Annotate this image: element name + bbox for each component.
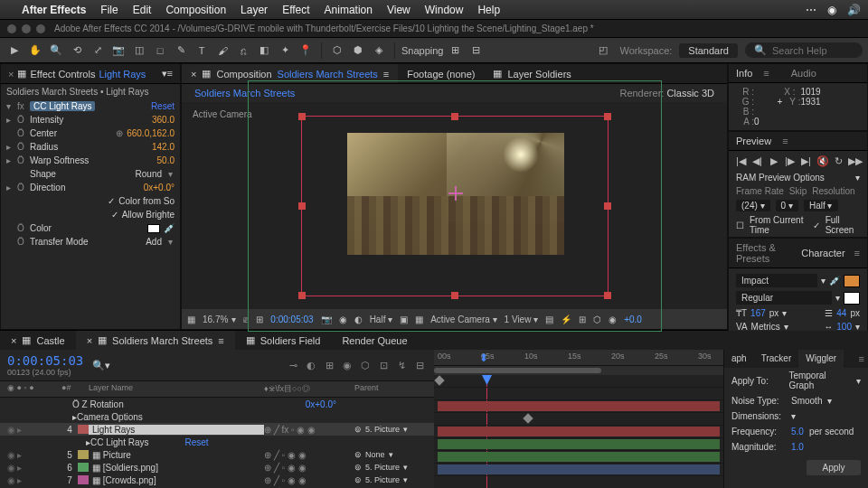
sync-icon[interactable]: ◉ [827,4,836,16]
handle-bl[interactable] [298,292,306,299]
prev-frame-icon[interactable]: ◀| [751,155,764,167]
prop-allowbright[interactable]: ✓Allow Brighte [1,208,180,221]
font-size-input[interactable]: 167 [750,308,766,318]
effect-controls-tab[interactable]: × ▦ Effect Controls Light Rays ▾≡ [1,64,180,84]
menu-animation[interactable]: Animation [325,4,373,16]
search-help[interactable]: 🔍 [745,42,863,58]
prop-direction[interactable]: ▸ÖDirection0x+0.0° [1,181,180,194]
keyframe[interactable] [523,413,533,423]
volume-icon[interactable]: 🔊 [847,4,861,16]
menu-effect[interactable]: Effect [282,4,309,16]
prop-z-rotation[interactable]: Ö Z Rotation0x+0.0° [0,398,434,410]
effect-name[interactable]: CC Light Rays [30,101,95,111]
preview-res-dropdown[interactable]: Half ▾ [804,200,838,211]
tl-icon-4[interactable]: ◉ [340,358,354,372]
zoom-window-icon[interactable] [36,24,45,33]
magnitude-input[interactable]: 1.0 [791,442,804,452]
axis-world-icon[interactable]: ⬢ [349,42,367,60]
menu-composition[interactable]: Composition [165,4,226,16]
timeline-tab-render-queue[interactable]: Render Queue [331,331,418,350]
prop-colorfrom[interactable]: ✓Color from So [1,194,180,208]
handle-left[interactable] [298,202,306,210]
chevron-down-icon[interactable]: ▾ [855,173,860,183]
tracker-tab[interactable]: Tracker [754,350,799,368]
panel-menu-icon[interactable]: ≡ [855,350,868,368]
from-current-check[interactable]: ☐ [736,221,744,230]
menu-view[interactable]: View [387,4,410,16]
eyedropper-icon[interactable]: 💉 [829,276,840,286]
graph-tab[interactable]: aph [724,350,754,368]
handle-br[interactable] [604,292,611,299]
tl-icon-5[interactable]: ⬡ [358,358,373,372]
audio-tab[interactable]: Audio [791,68,816,79]
tl-icon-3[interactable]: ⊞ [322,358,336,372]
timeline-tab-soldiers-field[interactable]: ▦Soldiers Field [235,331,332,350]
puppet-tool-icon[interactable]: 📍 [297,42,315,60]
axis-local-icon[interactable]: ⬡ [328,42,346,60]
prop-camera-options[interactable]: ▸ Camera Options [0,410,434,423]
noise-dropdown[interactable]: Smooth [791,396,822,406]
dimensions-dropdown[interactable]: ▾ [791,411,796,421]
camera-tool-icon[interactable]: 📷 [109,42,127,60]
ram-preview-icon[interactable]: ▶▶ [849,155,862,167]
panel-menu-icon[interactable]: ▾≡ [162,68,173,80]
prop-intensity[interactable]: ▸ÖIntensity360.0 [1,113,180,127]
text-tool-icon[interactable]: T [193,42,211,60]
layer-4-light-rays[interactable]: ◉ ▸4Light Rays⊕ ╱ fx ▫ ◉ ◉⊚ 5. Picture ▾ [0,423,434,436]
workspace-dropdown[interactable]: Standard [679,43,738,58]
skip-dropdown[interactable]: 0 ▾ [776,200,798,211]
orbit-tool-icon[interactable]: ⟲ [68,42,86,60]
handle-top[interactable] [451,113,458,120]
shape-tool-icon[interactable]: □ [151,42,169,60]
snap-edge-icon[interactable]: ⊟ [467,42,486,60]
color-swatch[interactable] [147,224,160,233]
effect-cc-light-rays-row[interactable]: ▸ CC Light RaysReset [0,436,434,448]
brush-tool-icon[interactable]: 🖌 [213,42,231,60]
next-frame-icon[interactable]: |▶ [784,155,797,167]
timeline-tab-soldiers-march[interactable]: ×▦Soldiers March Streets≡ [76,331,235,350]
font-style-dropdown[interactable]: Regular [736,291,832,305]
prop-center[interactable]: ÖCenter⊕660.0,162.0 [1,127,180,140]
menu-file[interactable]: File [100,4,118,16]
grid-icon[interactable]: ▦ [187,314,195,324]
prop-warp[interactable]: ▸ÖWarp Softness50.0 [1,154,180,167]
handle-tr[interactable] [604,113,611,120]
app-name[interactable]: After Effects [22,4,86,16]
prop-shape[interactable]: ShapeRound▾ [1,167,180,181]
hand-tool-icon[interactable]: ✋ [26,42,44,60]
tl-icon-2[interactable]: ◐ [304,358,318,372]
handle-tl[interactable] [298,113,306,120]
anchor-tool-icon[interactable]: ◫ [130,42,148,60]
prop-transfer[interactable]: ÖTransfer ModeAdd▾ [1,235,180,249]
wiggler-tab[interactable]: Wiggler [798,350,844,368]
tl-icon-1[interactable]: ⊸ [286,358,300,372]
pen-tool-icon[interactable]: ✎ [172,42,190,60]
reset-link[interactable]: Reset [151,101,175,111]
character-tab[interactable]: Character [801,248,844,258]
tl-icon-6[interactable]: ⊡ [376,358,391,372]
layer-bar-8[interactable] [438,465,720,474]
font-family-dropdown[interactable]: Impact [736,274,817,287]
eraser-tool-icon[interactable]: ◧ [255,42,273,60]
timeline-timecode[interactable]: 0:00:05:03 [7,353,83,368]
anchor-point-icon[interactable] [448,186,463,201]
layer-6-soldiers[interactable]: ◉ ▸6▦ [Soldiers.png]⊕ ╱ ▫ ◉ ◉⊚ 5. Pictur… [0,461,434,474]
tl-icon-8[interactable]: ⊟ [412,358,427,372]
stroke-swatch[interactable] [844,292,860,305]
minimize-window-icon[interactable] [22,24,31,33]
clone-tool-icon[interactable]: ⎌ [234,42,252,60]
timeline-tracks-area[interactable]: 00s 05s 10s 15s 20s 25s 30s ⬍ [434,350,723,488]
close-window-icon[interactable] [7,24,16,33]
tl-icon-7[interactable]: ↯ [394,358,409,372]
composition-viewport[interactable]: Active Camera [182,102,727,309]
prop-radius[interactable]: ▸ÖRadius142.0 [1,140,180,154]
layer-bounds[interactable] [301,116,609,296]
timeline-tab-castle[interactable]: ×▦Castle [0,331,76,350]
snap-icon[interactable]: ⊞ [447,42,465,60]
layer-bar-7[interactable] [438,452,720,462]
fullscreen-check[interactable]: ✓ [813,221,820,230]
last-frame-icon[interactable]: ▶| [800,155,813,167]
zoom-tool-icon[interactable]: 🔍 [47,42,65,60]
work-area-bar[interactable] [434,366,723,375]
leading-input[interactable]: 44 [836,308,846,318]
